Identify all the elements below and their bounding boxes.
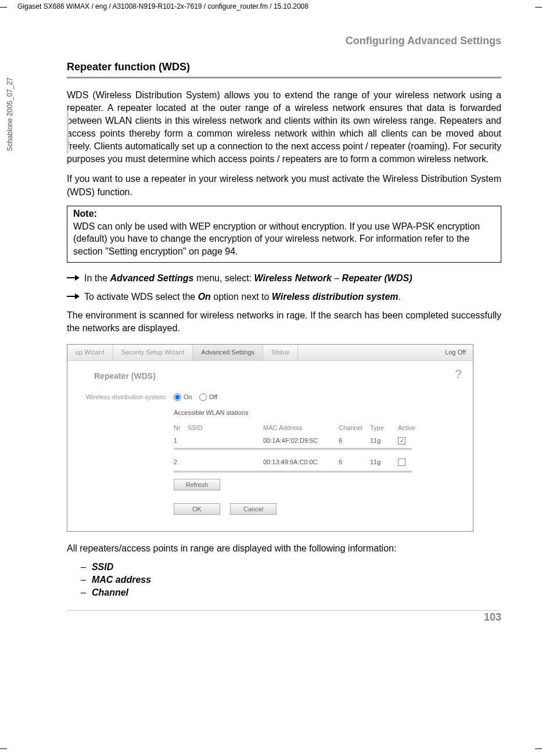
logoff-link[interactable]: Log Off — [445, 349, 473, 356]
wds-on-radio[interactable] — [174, 393, 181, 401]
cell-ssid — [188, 437, 263, 445]
paragraph-4: All repeaters/access points in range are… — [67, 542, 501, 555]
sidebar-indicator — [67, 110, 69, 153]
crop-mark — [535, 7, 542, 8]
tab-status[interactable]: Status — [263, 345, 298, 360]
cancel-button[interactable]: Cancel — [230, 503, 277, 515]
text-bold: Wireless Network — [254, 273, 332, 283]
list-item: – Channel — [67, 587, 501, 598]
accessible-stations-label: Accessible WLAN stations — [174, 409, 457, 416]
subsection-title: Repeater function (WDS) — [67, 61, 501, 73]
note-box: Note: WDS can only be used with WEP encr… — [67, 206, 501, 263]
note-label: Note: — [73, 209, 495, 219]
table-header: Nr SSID MAC Address Channel Type Active — [174, 424, 457, 431]
text: – — [332, 273, 342, 283]
router-ui-screenshot: up Wizard Security Setup Wizard Advanced… — [67, 344, 473, 532]
dash-icon: – — [81, 587, 86, 598]
crop-mark — [0, 7, 7, 8]
col-active: Active — [398, 424, 426, 431]
text-bold: On — [198, 292, 211, 302]
section-title: Configuring Advanced Settings — [67, 35, 501, 47]
paragraph-2: If you want to use a repeater in your wi… — [67, 173, 501, 198]
dash-icon: – — [81, 562, 86, 572]
col-mac: MAC Address — [263, 424, 339, 431]
step-2: To activate WDS select the On option nex… — [67, 291, 501, 303]
paragraph-1: WDS (Wireless Distribution System) allow… — [67, 89, 501, 166]
list-item: – MAC address — [67, 575, 501, 585]
wds-off-label: Off — [209, 393, 217, 400]
title-rule — [67, 77, 501, 78]
cell-type: 11g — [370, 437, 398, 445]
text-bold: Advanced Settings — [110, 273, 193, 283]
tab-advanced-settings[interactable]: Advanced Settings — [193, 345, 263, 360]
cell-mac: 00:1A:4F:02:D9:5C — [263, 437, 339, 445]
active-checkbox[interactable] — [398, 458, 405, 466]
col-ssid: SSID — [188, 424, 263, 431]
crop-mark — [535, 748, 542, 749]
ok-button[interactable]: OK — [174, 503, 220, 515]
table-row: 1 00:1A:4F:02:D9:5C 6 11g ✓ — [174, 435, 457, 447]
row-divider — [174, 471, 412, 473]
cell-nr: 1 — [174, 437, 188, 445]
list-text: SSID — [92, 562, 113, 572]
help-icon[interactable]: ? — [455, 367, 462, 382]
tab-bar: up Wizard Security Setup Wizard Advanced… — [67, 345, 473, 361]
active-checkbox[interactable]: ✓ — [398, 437, 405, 445]
footer-rule — [67, 610, 501, 611]
list-text: Channel — [92, 587, 128, 598]
dash-icon: – — [81, 575, 86, 585]
row-divider — [174, 448, 412, 450]
header-path: Gigaset SX686 WiMAX / eng / A31008-N919-… — [17, 2, 308, 10]
text-bold: Repeater (WDS) — [342, 273, 412, 283]
text: option next to — [211, 292, 272, 302]
page-number: 103 — [484, 611, 501, 624]
wds-off-radio[interactable] — [199, 393, 207, 401]
col-nr: Nr — [174, 424, 188, 431]
list-text: MAC address — [92, 575, 151, 585]
text: In the — [84, 273, 110, 283]
paragraph-3: The environment is scanned for wireless … — [67, 309, 501, 335]
crop-mark — [0, 748, 7, 749]
arrow-icon — [67, 293, 80, 300]
schablone-text: Schablone 2005_07_27 — [6, 77, 14, 151]
cell-type: 11g — [370, 458, 398, 467]
cell-channel: 6 — [339, 458, 370, 467]
arrow-icon — [67, 274, 80, 281]
text: . — [399, 292, 401, 302]
tab-setup-wizard[interactable]: up Wizard — [67, 345, 113, 360]
text: menu, select: — [194, 273, 254, 283]
tab-security-setup-wizard[interactable]: Security Setup Wizard — [113, 345, 193, 360]
list-item: – SSID — [67, 562, 501, 572]
col-type: Type — [370, 424, 398, 431]
wds-on-label: On — [184, 393, 192, 400]
text-bold: Wireless distribution system — [272, 292, 399, 302]
note-text: WDS can only be used with WEP encryption… — [73, 220, 495, 258]
cell-mac: 00:13:49:9A:C0:0C — [263, 458, 339, 467]
cell-nr: 2 — [174, 458, 188, 467]
cell-ssid — [188, 458, 263, 467]
cell-channel: 6 — [339, 437, 370, 445]
table-row: 2 00:13:49:9A:C0:0C 6 11g — [174, 456, 457, 470]
text: To activate WDS select the — [84, 292, 198, 302]
col-channel: Channel — [339, 424, 370, 431]
page-title: Repeater (WDS) — [94, 371, 457, 381]
wds-label: Wireless distribution system: — [84, 393, 174, 402]
refresh-button[interactable]: Refresh — [174, 479, 220, 490]
step-1: In the Advanced Settings menu, select: W… — [67, 272, 501, 285]
